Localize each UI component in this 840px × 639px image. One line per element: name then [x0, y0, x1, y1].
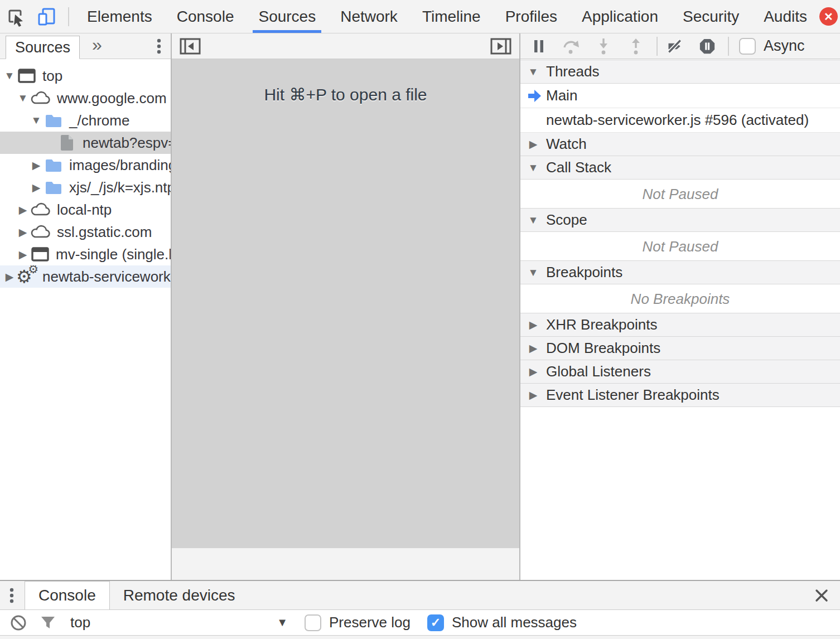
toggle-device-toolbar-button[interactable] — [31, 0, 62, 33]
section-call-stack[interactable]: ▼ Call Stack — [520, 156, 840, 180]
editor-status-strip — [172, 548, 519, 580]
collapsed-arrow-icon[interactable]: ▶ — [16, 204, 30, 216]
section-threads[interactable]: ▼ Threads — [520, 60, 840, 84]
tab-audits[interactable]: Audits — [751, 0, 819, 33]
filter-funnel-icon — [40, 615, 56, 631]
pause-icon — [533, 39, 545, 54]
preserve-log-toggle[interactable]: Preserve log — [305, 614, 411, 631]
error-badge-icon[interactable]: ✕ — [819, 7, 838, 26]
tree-item-www-google-com[interactable]: ▼ www.google.com — [0, 87, 171, 109]
tree-item-top[interactable]: ▼ top — [0, 65, 171, 87]
file-tree: ▼ top ▼ www.google.com ▼ _/chrome — [0, 59, 171, 580]
pause-on-exceptions-button[interactable] — [699, 37, 716, 55]
tree-item-local-ntp[interactable]: ▶ local-ntp — [0, 199, 171, 221]
tab-security[interactable]: Security — [670, 0, 751, 33]
ban-circle-icon — [10, 614, 27, 631]
devtools-window: Elements Console Sources Network Timelin… — [0, 0, 840, 639]
breakpoints-empty-message: No Breakpoints — [520, 284, 840, 313]
tree-item-images-branding-folder[interactable]: ▶ images/branding/go — [0, 154, 171, 176]
expanded-arrow-icon: ▼ — [527, 66, 539, 78]
pause-script-button[interactable] — [530, 39, 547, 54]
collapsed-arrow-icon[interactable]: ▶ — [16, 248, 30, 261]
section-watch[interactable]: ▶ Watch — [520, 132, 840, 156]
more-tabs-icon[interactable]: » — [92, 35, 102, 59]
navigator-tab-sources[interactable]: Sources — [6, 36, 80, 59]
tab-sources[interactable]: Sources — [246, 0, 328, 33]
tree-item-chrome-folder[interactable]: ▼ _/chrome — [0, 109, 171, 132]
navigator-menu-button[interactable] — [156, 38, 162, 55]
tree-item-newtab-file[interactable]: newtab?espv=2& — [0, 132, 171, 154]
hide-navigator-button[interactable] — [180, 37, 201, 55]
editor-empty-area[interactable]: Hit ⌘+P to open a file — [172, 59, 519, 548]
main-tabbar: Elements Console Sources Network Timelin… — [0, 0, 840, 33]
show-debugger-button[interactable] — [490, 37, 511, 55]
kebab-menu-icon — [9, 587, 15, 604]
section-event-listener-breakpoints[interactable]: ▶ Event Listener Breakpoints — [520, 383, 840, 407]
debugger-toolbar: Async — [520, 33, 840, 59]
section-xhr-breakpoints[interactable]: ▶ XHR Breakpoints — [520, 313, 840, 337]
collapsed-arrow-icon[interactable]: ▶ — [29, 181, 44, 194]
expanded-arrow-icon[interactable]: ▼ — [2, 70, 17, 82]
navigator-sidebar: Sources » ▼ top ▼ www.google.com — [0, 33, 172, 580]
step-out-button[interactable] — [627, 38, 644, 55]
navigator-header: Sources » — [0, 33, 171, 59]
show-all-messages-toggle[interactable]: Show all messages — [427, 614, 577, 631]
tab-profiles[interactable]: Profiles — [493, 0, 569, 33]
collapsed-arrow-icon: ▶ — [527, 342, 539, 355]
editor-pane: Hit ⌘+P to open a file — [172, 33, 519, 580]
tab-application[interactable]: Application — [569, 0, 670, 33]
deactivate-breakpoints-button[interactable] — [667, 38, 683, 55]
drawer-menu-button[interactable] — [9, 587, 15, 604]
section-scope[interactable]: ▼ Scope — [520, 208, 840, 232]
show-all-messages-checkbox[interactable] — [427, 614, 444, 631]
thread-main[interactable]: Main — [520, 84, 840, 108]
console-filter-bar: top ▼ Preserve log Show all messages — [0, 610, 840, 636]
tab-timeline[interactable]: Timeline — [410, 0, 493, 33]
clear-console-button[interactable] — [10, 614, 27, 631]
drawer-tab-remote-devices[interactable]: Remote devices — [110, 581, 249, 609]
debugger-sections: ▼ Threads Main newtab-serviceworker.js #… — [520, 59, 840, 580]
tree-item-mv-single[interactable]: ▶ mv-single (single.htm — [0, 243, 171, 265]
thread-serviceworker[interactable]: newtab-serviceworker.js #596 (activated) — [520, 108, 840, 133]
collapsed-arrow-icon: ▶ — [527, 138, 539, 151]
close-icon — [814, 588, 829, 603]
collapsed-arrow-icon: ▶ — [527, 318, 539, 331]
step-over-button[interactable] — [563, 38, 580, 54]
preserve-log-checkbox[interactable] — [305, 614, 321, 631]
frame-icon — [18, 69, 36, 83]
filter-button[interactable] — [40, 615, 56, 631]
drawer-bottom-strip — [0, 636, 840, 639]
sources-panel: Sources » ▼ top ▼ www.google.com — [0, 33, 840, 580]
section-dom-breakpoints[interactable]: ▶ DOM Breakpoints — [520, 336, 840, 360]
collapsed-arrow-icon[interactable]: ▶ — [2, 270, 17, 283]
call-stack-empty-message: Not Paused — [520, 180, 840, 209]
tree-item-newtab-serviceworker[interactable]: ▶ ⚙⚙ newtab-serviceworker.j — [0, 265, 171, 288]
pause-on-exceptions-icon — [699, 37, 716, 55]
tab-console[interactable]: Console — [165, 0, 247, 33]
step-into-button[interactable] — [595, 38, 612, 55]
close-drawer-button[interactable] — [814, 588, 829, 603]
async-checkbox[interactable] — [739, 38, 756, 55]
hide-navigator-icon — [180, 37, 201, 55]
drawer-tab-console[interactable]: Console — [25, 581, 110, 609]
section-global-listeners[interactable]: ▶ Global Listeners — [520, 360, 840, 384]
collapsed-arrow-icon: ▶ — [527, 365, 539, 378]
expanded-arrow-icon[interactable]: ▼ — [16, 92, 30, 104]
tab-elements[interactable]: Elements — [75, 0, 165, 33]
console-drawer: Console Remote devices top — [0, 580, 840, 639]
collapsed-arrow-icon[interactable]: ▶ — [29, 159, 44, 172]
tab-network[interactable]: Network — [328, 0, 410, 33]
device-mode-icon — [37, 7, 57, 27]
current-thread-arrow-icon — [527, 88, 542, 104]
tree-item-xjs-folder[interactable]: ▶ xjs/_/js/k=xjs.ntp.en — [0, 176, 171, 199]
frame-icon — [31, 247, 49, 262]
execution-context-selector[interactable]: top ▼ — [70, 614, 288, 631]
expanded-arrow-icon: ▼ — [527, 214, 539, 226]
cloud-icon — [30, 91, 51, 105]
collapsed-arrow-icon[interactable]: ▶ — [16, 226, 30, 239]
expanded-arrow-icon[interactable]: ▼ — [29, 114, 44, 127]
inspect-element-button[interactable] — [0, 0, 31, 33]
file-icon — [59, 134, 75, 152]
tree-item-ssl-gstatic-com[interactable]: ▶ ssl.gstatic.com — [0, 221, 171, 243]
section-breakpoints[interactable]: ▼ Breakpoints — [520, 260, 840, 284]
